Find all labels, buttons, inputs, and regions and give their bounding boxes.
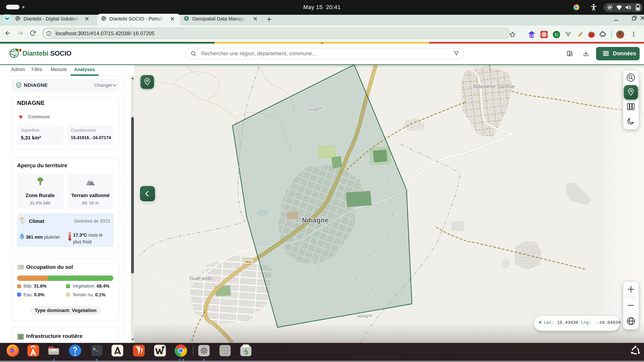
svg-text:Guét Ardo: Guét Ardo [190, 275, 212, 281]
svg-text:?: ? [72, 346, 78, 354]
svg-text:Ndiobène Santhie: Ndiobène Santhie [474, 83, 515, 89]
svg-text:Ndiagne: Ndiagne [302, 216, 328, 224]
svg-text:>_: >_ [93, 347, 98, 352]
svg-text:G: G [555, 32, 558, 37]
svg-text:13: 13 [530, 34, 534, 37]
svg-text:N11: N11 [246, 260, 252, 264]
